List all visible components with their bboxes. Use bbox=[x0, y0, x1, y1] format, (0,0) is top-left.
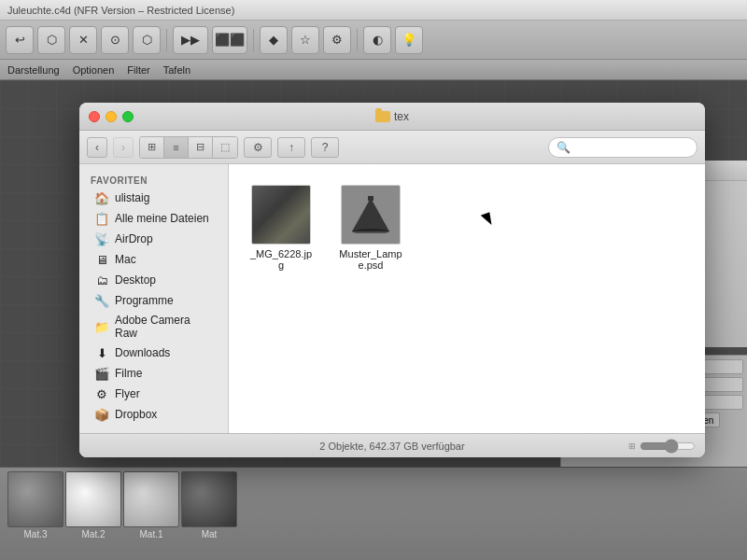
slider-container: ⊞ bbox=[628, 439, 696, 454]
action-btn-gear[interactable]: ⚙ bbox=[244, 137, 272, 158]
downloads-icon: ⬇ bbox=[94, 345, 109, 360]
material-item-mat2: Mat.2 bbox=[65, 471, 121, 539]
mat-swatch[interactable] bbox=[181, 471, 237, 527]
mat2-swatch[interactable] bbox=[65, 471, 121, 527]
file-item-mg6228[interactable]: _MG_6228.jpg bbox=[244, 179, 318, 276]
mat1-label: Mat.1 bbox=[139, 529, 162, 539]
toolbar-btn-9[interactable]: ☆ bbox=[291, 26, 319, 54]
mat2-label: Mat.2 bbox=[81, 529, 105, 539]
sidebar-item-alle[interactable]: 📋 Alle meine Dateien bbox=[83, 208, 224, 229]
sidebar-item-downloads[interactable]: ⬇ Downloads bbox=[83, 343, 224, 363]
dialog-titlebar: tex bbox=[79, 103, 705, 131]
status-text: 2 Objekte, 642.37 GB verfügbar bbox=[319, 441, 464, 452]
dialog-sidebar: FAVORITEN 🏠 ulistaig 📋 Alle meine Dateie… bbox=[79, 164, 229, 433]
view-icon-btn[interactable]: ⊞ bbox=[140, 137, 164, 158]
sidebar-label-mac: Mac bbox=[115, 253, 136, 266]
file-thumb-muster-lampe bbox=[341, 185, 401, 245]
toolbar-btn-6[interactable]: ▶▶ bbox=[173, 26, 208, 54]
menu-filter[interactable]: Filter bbox=[127, 64, 149, 76]
file-name-muster-lampe: Muster_Lampe.psd bbox=[339, 248, 402, 271]
sidebar-label-flyer: Flyer bbox=[115, 387, 140, 400]
sidebar-label-programme: Programme bbox=[115, 294, 174, 307]
nav-back-button[interactable]: ‹ bbox=[87, 137, 107, 158]
dialog-toolbar: ‹ › ⊞ ≡ ⊟ ⬚ ⚙ ↑ ? 🔍 bbox=[79, 131, 705, 164]
action-btn-help[interactable]: ? bbox=[311, 137, 339, 158]
sidebar-label-filme: Filme bbox=[115, 367, 142, 380]
view-list-btn[interactable]: ≡ bbox=[164, 137, 189, 158]
slider-icon-small: ⊞ bbox=[628, 441, 636, 451]
dialog-statusbar: 2 Objekte, 642.37 GB verfügbar ⊞ bbox=[79, 433, 705, 457]
thumb-lamp-img bbox=[342, 186, 400, 244]
dropbox-icon: 📦 bbox=[94, 407, 109, 422]
toolbar-btn-3[interactable]: ✕ bbox=[69, 26, 97, 54]
material-item-mat1: Mat.1 bbox=[123, 471, 179, 539]
folder-icon bbox=[375, 111, 390, 122]
toolbar-btn-7[interactable]: ⬛⬛ bbox=[212, 26, 247, 54]
app-title: Juleuchte.c4d (NFR Version – Restricted … bbox=[7, 5, 234, 16]
movies-icon: 🎬 bbox=[94, 366, 109, 381]
toolbar-sep-1 bbox=[166, 29, 167, 51]
sidebar-label-camera-raw: Adobe Camera Raw bbox=[115, 314, 213, 340]
mat1-swatch[interactable] bbox=[123, 471, 179, 527]
sidebar-item-ulistaig[interactable]: 🏠 ulistaig bbox=[83, 188, 224, 208]
camera-raw-icon: 📁 bbox=[94, 319, 109, 334]
toolbar-btn-5[interactable]: ⬡ bbox=[133, 26, 161, 54]
file-name-mg6228: _MG_6228.jpg bbox=[249, 248, 313, 271]
toolbar-btn-4[interactable]: ⊙ bbox=[101, 26, 129, 54]
mac-icon: 🖥 bbox=[94, 252, 109, 267]
mat3-swatch[interactable] bbox=[7, 471, 63, 527]
nav-forward-button[interactable]: › bbox=[113, 137, 134, 158]
menu-bar: Juleuchte.c4d (NFR Version – Restricted … bbox=[0, 0, 747, 21]
sidebar-item-mac[interactable]: 🖥 Mac bbox=[83, 249, 224, 270]
thumb-photo-img bbox=[252, 186, 310, 244]
sidebar-item-camera-raw[interactable]: 📁 Adobe Camera Raw bbox=[83, 311, 224, 343]
toolbar-sep-3 bbox=[357, 29, 358, 51]
material-item-mat: Mat bbox=[181, 471, 237, 539]
files-icon: 📋 bbox=[94, 211, 109, 226]
sidebar-item-desktop[interactable]: 🗂 Desktop bbox=[83, 270, 224, 290]
sidebar-item-flyer[interactable]: ⚙ Flyer bbox=[83, 384, 224, 404]
lamp-svg bbox=[347, 196, 394, 233]
sidebar-item-programme[interactable]: 🔧 Programme bbox=[83, 290, 224, 311]
toolbar-btn-10[interactable]: ⚙ bbox=[323, 26, 351, 54]
toolbar-sep-2 bbox=[253, 29, 254, 51]
home-icon: 🏠 bbox=[94, 190, 109, 205]
file-item-muster-lampe[interactable]: Muster_Lampe.psd bbox=[333, 179, 408, 276]
thumb-size-slider[interactable] bbox=[640, 439, 696, 454]
toolbar-btn-1[interactable]: ↩ bbox=[6, 26, 34, 54]
search-box[interactable]: 🔍 bbox=[548, 137, 698, 158]
toolbar-btn-8[interactable]: ◆ bbox=[260, 26, 288, 54]
secondary-toolbar: Darstellung Optionen Filter Tafeln bbox=[0, 60, 747, 80]
apps-icon: 🔧 bbox=[94, 293, 109, 308]
dialog-content: _MG_6228.jpg Muster_Lampe.psd bbox=[229, 164, 705, 433]
search-input[interactable] bbox=[574, 142, 689, 153]
sidebar-label-airdrop: AirDrop bbox=[115, 232, 153, 245]
toolbar-btn-11[interactable]: ◐ bbox=[363, 26, 391, 54]
sidebar-label-downloads: Downloads bbox=[115, 346, 170, 359]
sidebar-item-airdrop[interactable]: 📡 AirDrop bbox=[83, 229, 224, 249]
material-bar: Mat.3 Mat.2 Mat.1 Mat bbox=[0, 467, 747, 560]
menu-tafeln[interactable]: Tafeln bbox=[163, 64, 190, 76]
view-coverflow-btn[interactable]: ⬚ bbox=[213, 137, 237, 158]
sidebar-label-desktop: Desktop bbox=[115, 273, 156, 287]
toolbar-btn-2[interactable]: ⬡ bbox=[37, 26, 65, 54]
maximize-button[interactable] bbox=[122, 111, 134, 122]
search-icon: 🔍 bbox=[557, 141, 571, 154]
view-columns-btn[interactable]: ⊟ bbox=[189, 137, 213, 158]
mat-label: Mat bbox=[202, 529, 218, 539]
menu-darstellung[interactable]: Darstellung bbox=[7, 64, 60, 76]
close-button[interactable] bbox=[89, 111, 100, 122]
action-btn-share[interactable]: ↑ bbox=[277, 137, 305, 158]
sidebar-item-filme[interactable]: 🎬 Filme bbox=[83, 363, 224, 384]
material-item-mat3: Mat.3 bbox=[7, 471, 63, 539]
airdrop-icon: 📡 bbox=[94, 231, 109, 246]
dialog-title-text: tex bbox=[394, 110, 409, 123]
toolbar-btn-12[interactable]: 💡 bbox=[395, 26, 423, 54]
menu-optionen[interactable]: Optionen bbox=[73, 64, 115, 76]
minimize-button[interactable] bbox=[106, 111, 117, 122]
file-thumb-mg6228 bbox=[251, 185, 311, 245]
sidebar-item-dropbox[interactable]: 📦 Dropbox bbox=[83, 404, 224, 425]
svg-marker-0 bbox=[352, 198, 389, 231]
mat3-label: Mat.3 bbox=[23, 529, 47, 539]
file-dialog: tex ‹ › ⊞ ≡ ⊟ ⬚ ⚙ ↑ ? 🔍 FAVORITEN 🏠 ulis… bbox=[79, 103, 705, 457]
